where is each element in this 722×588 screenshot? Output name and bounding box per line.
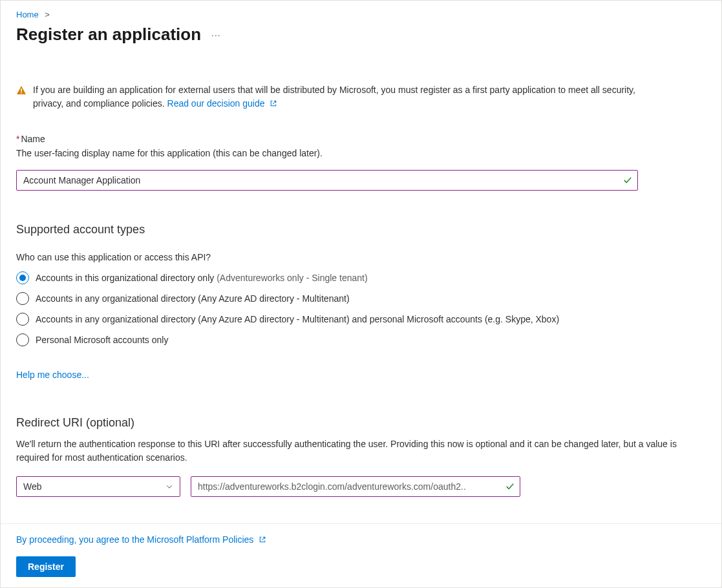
platform-dropdown-value: Web <box>23 481 42 492</box>
checkmark-icon <box>623 176 632 185</box>
external-link-icon <box>270 100 277 107</box>
chevron-down-icon <box>165 483 173 490</box>
svg-rect-1 <box>21 92 22 94</box>
account-type-label: Accounts in any organizational directory… <box>36 293 350 304</box>
redirect-uri-input[interactable] <box>196 481 505 492</box>
radio-icon <box>16 292 29 305</box>
footer: By proceeding, you agree to the Microsof… <box>1 523 721 587</box>
account-types-question: Who can use this application or access t… <box>16 252 706 262</box>
account-type-option-0[interactable]: Accounts in this organizational director… <box>16 271 706 284</box>
checkmark-icon <box>505 482 515 491</box>
external-link-icon <box>259 536 266 543</box>
help-me-choose-link[interactable]: Help me choose... <box>16 370 89 380</box>
name-description: The user-facing display name for this ap… <box>16 148 706 158</box>
more-icon[interactable]: ··· <box>211 30 221 40</box>
warning-icon <box>16 85 27 96</box>
platform-dropdown[interactable]: Web <box>16 476 180 497</box>
svg-rect-0 <box>21 89 22 92</box>
redirect-uri-input-wrapper <box>191 476 520 497</box>
register-button[interactable]: Register <box>16 556 76 577</box>
account-type-option-2[interactable]: Accounts in any organizational directory… <box>16 313 706 326</box>
account-type-label: Accounts in this organizational director… <box>36 273 368 283</box>
breadcrumb: Home > <box>16 8 706 25</box>
banner-text: If you are building an application for e… <box>33 85 635 109</box>
name-label: *Name <box>16 134 706 144</box>
radio-icon <box>16 271 29 284</box>
platform-policies-link[interactable]: By proceeding, you agree to the Microsof… <box>16 534 266 545</box>
page-title: Register an application <box>16 25 201 45</box>
account-type-label: Accounts in any organizational directory… <box>36 314 559 324</box>
decision-guide-link[interactable]: Read our decision guide <box>167 98 278 109</box>
breadcrumb-home[interactable]: Home <box>16 10 39 19</box>
chevron-right-icon: > <box>45 10 50 19</box>
name-input-wrapper <box>16 170 638 191</box>
redirect-uri-description: We'll return the authentication response… <box>16 437 706 465</box>
redirect-uri-title: Redirect URI (optional) <box>16 416 706 430</box>
name-input[interactable] <box>22 174 623 186</box>
account-type-option-1[interactable]: Accounts in any organizational directory… <box>16 292 706 305</box>
info-banner: If you are building an application for e… <box>16 83 706 110</box>
radio-icon <box>16 313 29 326</box>
account-type-option-3[interactable]: Personal Microsoft accounts only <box>16 333 706 346</box>
radio-icon <box>16 333 29 346</box>
account-type-label: Personal Microsoft accounts only <box>36 335 168 345</box>
account-types-title: Supported account types <box>16 223 706 236</box>
account-types-radio-group: Accounts in this organizational director… <box>16 271 706 346</box>
